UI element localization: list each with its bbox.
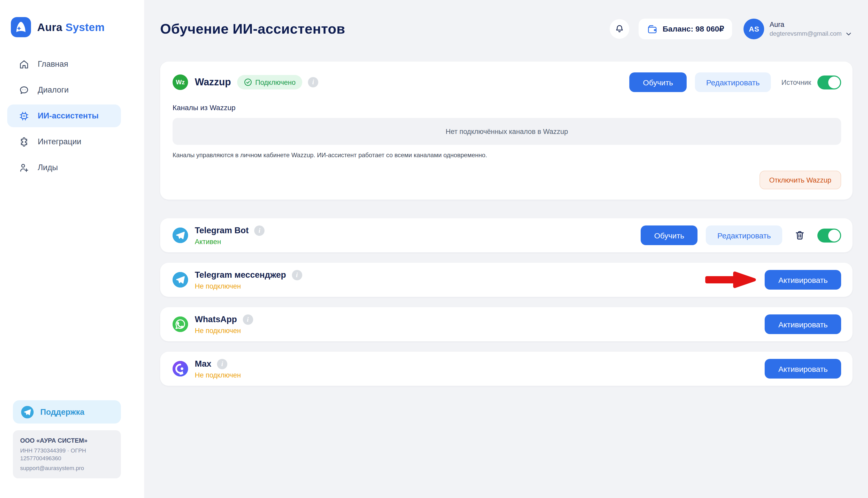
channel-status: Не подключен [195,282,302,290]
connected-badge-label: Подключено [255,78,296,86]
aura-logo-icon [11,17,31,37]
person-add-icon [18,162,29,173]
user-name: Aura [770,21,853,28]
company-info-card: ООО «АУРА СИСТЕМ» ИНН 7730344399 · ОГРН … [13,431,121,479]
sidebar-item-dialogs[interactable]: Диалоги [7,79,121,101]
info-icon[interactable]: i [243,314,253,325]
connected-badge: Подключено [237,75,302,90]
home-icon [18,59,29,69]
disconnect-wazzup-button[interactable]: Отключить Wazzup [759,171,841,189]
check-circle-icon [244,78,252,86]
sidebar-item-label: ИИ-ассистенты [38,111,99,120]
train-button[interactable]: Обучить [629,73,687,92]
wallet-icon [647,24,658,35]
sidebar-item-integrations[interactable]: Интеграции [7,130,121,153]
sidebar-item-label: Лиды [38,163,58,172]
user-texts: Aura degterevsmm@gmail.com [770,21,853,38]
app-root: Aura System Главная [0,0,868,498]
channel-status: Не подключен [195,371,241,379]
wazzup-card: Wz Wazzup Подключено i Обучить Редактиро… [160,62,853,200]
avatar: AS [744,18,764,39]
telegram-bot-card: Telegram Bot i Активен Обучить Редактиро… [160,218,853,252]
info-icon[interactable]: i [254,225,265,236]
channel-toggle[interactable] [817,228,841,242]
support-label: Поддержка [40,407,84,417]
activate-button[interactable]: Активировать [765,314,841,334]
telegram-messenger-card: Telegram мессенджер i Не подключен Актив… [160,263,853,297]
info-icon[interactable]: i [217,359,227,369]
brand-name: Aura System [37,21,105,34]
main-content: Обучение ИИ-ассистентов [144,0,868,498]
whatsapp-icon [173,316,188,332]
source-label: Источник [782,78,811,86]
channel-name: Max [195,359,211,369]
edit-button[interactable]: Редактировать [706,225,782,245]
notifications-button[interactable] [610,19,629,39]
channel-status: Активен [195,238,265,245]
train-button[interactable]: Обучить [641,225,698,245]
sidebar-item-label: Диалоги [38,85,69,95]
channel-status: Не подключен [195,327,253,334]
sidebar-bottom: Поддержка ООО «АУРА СИСТЕМ» ИНН 77303443… [0,401,144,498]
sidebar-item-label: Главная [38,60,68,69]
telegram-support-icon [21,406,33,418]
telegram-icon [173,227,188,243]
sidebar-item-label: Интеграции [38,137,81,146]
activate-button[interactable]: Активировать [765,270,841,290]
chip-icon [18,110,29,121]
whatsapp-card: WhatsApp i Не подключен Активировать [160,307,853,341]
chevron-down-icon [845,30,853,38]
edit-button[interactable]: Редактировать [695,73,771,92]
sidebar-item-home[interactable]: Главная [7,53,121,76]
channels-title: Каналы из Wazzup [173,103,841,112]
activate-button[interactable]: Активировать [765,359,841,379]
topbar-actions: Баланс: 98 060₽ AS Aura degterevsmm@gmai… [610,18,853,39]
channel-name: Telegram Bot [195,225,248,235]
balance-label: Баланс: 98 060₽ [663,24,724,34]
delete-button[interactable] [794,229,806,241]
wazzup-header: Wz Wazzup Подключено i Обучить Редактиро… [173,73,841,92]
bell-icon [614,24,625,34]
sidebar-item-leads[interactable]: Лиды [7,156,121,179]
channel-name: Telegram мессенджер [195,270,286,280]
topbar: Обучение ИИ-ассистентов [160,17,853,41]
max-card: Max i Не подключен Активировать [160,352,853,386]
channel-name: WhatsApp [195,314,237,324]
sidebar-nav: Главная Диалоги [0,53,144,182]
source-toggle[interactable] [817,75,841,89]
info-icon[interactable]: i [308,77,318,88]
company-name: ООО «АУРА СИСТЕМ» [20,437,114,445]
user-menu[interactable]: AS Aura degterevsmm@gmail.com [744,18,853,39]
company-email: support@aurasystem.pro [20,464,114,472]
company-registration: ИНН 7730344399 · ОГРН 1257700496360 [20,447,114,462]
page-title: Обучение ИИ-ассистентов [160,21,345,37]
puzzle-icon [18,136,29,147]
info-icon[interactable]: i [291,270,302,280]
balance-button[interactable]: Баланс: 98 060₽ [639,18,732,39]
wazzup-name: Wazzup [195,77,231,88]
support-button[interactable]: Поддержка [13,401,121,424]
channels-note: Каналы управляются в личном кабинете Waz… [173,152,841,159]
sidebar: Aura System Главная [0,0,144,498]
wazzup-icon: Wz [173,75,188,90]
brand-logo-row[interactable]: Aura System [11,17,144,37]
telegram-icon [173,272,188,288]
sidebar-item-ai-assistants[interactable]: ИИ-ассистенты [7,104,121,127]
channels-empty-box: Нет подключённых каналов в Wazzup [173,118,841,145]
chat-icon [18,84,29,95]
red-arrow-annotation [704,270,758,290]
max-icon [173,361,188,377]
user-email: degterevsmm@gmail.com [770,30,842,37]
